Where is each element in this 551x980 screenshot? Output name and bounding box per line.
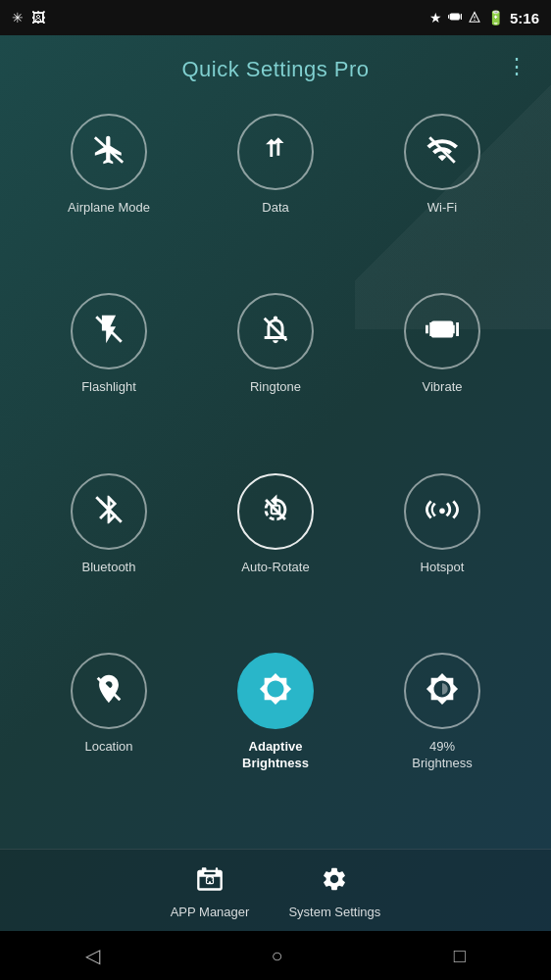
battery-icon: 🔋 <box>487 10 504 25</box>
tile-circle-auto-rotate <box>237 473 314 550</box>
tile-location[interactable]: Location <box>29 653 188 833</box>
tile-label-vibrate: Vibrate <box>423 379 463 396</box>
tile-auto-rotate[interactable]: Auto-Rotate <box>196 473 355 637</box>
tile-label-auto-rotate: Auto-Rotate <box>241 560 309 576</box>
tile-label-adaptive-brightness: AdaptiveBrightness <box>242 739 309 772</box>
tile-label-ringtone: Ringtone <box>250 379 301 396</box>
tile-airplane-mode[interactable]: Airplane Mode <box>29 114 188 277</box>
brightness-icon <box>426 672 459 710</box>
auto-rotate-icon <box>259 493 292 530</box>
app-manager-button[interactable]: APP Manager <box>171 865 250 919</box>
svg-point-10 <box>212 880 213 881</box>
vibrate-icon <box>448 10 462 26</box>
tile-adaptive-brightness[interactable]: AdaptiveBrightness <box>196 653 355 833</box>
nav-bar: ◁ ○ □ <box>0 931 551 980</box>
nav-recent-button[interactable]: □ <box>430 937 489 975</box>
nav-home-button[interactable]: ○ <box>247 937 306 975</box>
adaptive-brightness-icon <box>259 672 292 710</box>
tile-label-brightness: 49%Brightness <box>412 739 472 772</box>
vibrate-tile-icon <box>426 313 459 350</box>
tile-label-bluetooth: Bluetooth <box>82 560 136 576</box>
tile-flashlight[interactable]: Flashlight <box>29 293 188 457</box>
tile-circle-brightness <box>404 653 480 729</box>
header: Quick Settings Pro ⋮ <box>0 35 551 98</box>
tile-label-hotspot: Hotspot <box>421 560 465 576</box>
tile-circle-airplane-mode <box>71 114 147 190</box>
tile-hotspot[interactable]: Hotspot <box>363 473 522 637</box>
nav-back-button[interactable]: ◁ <box>62 936 124 975</box>
system-settings-icon <box>321 865 348 899</box>
tile-wifi[interactable]: Wi-Fi <box>363 114 522 277</box>
ringtone-icon <box>259 313 292 350</box>
status-bar-left: ✳ 🖼 <box>12 10 45 25</box>
app-manager-label: APP Manager <box>171 905 250 919</box>
system-settings-button[interactable]: System Settings <box>288 865 380 919</box>
tile-label-location: Location <box>84 739 132 756</box>
tile-label-wifi: Wi-Fi <box>427 200 457 217</box>
image-icon: 🖼 <box>31 10 45 25</box>
tile-vibrate[interactable]: Vibrate <box>363 293 522 457</box>
status-time: 5:16 <box>510 10 539 26</box>
tile-circle-wifi <box>404 114 480 190</box>
tile-data[interactable]: Data <box>196 114 355 277</box>
tile-circle-bluetooth <box>71 473 147 550</box>
tile-circle-flashlight <box>71 293 147 369</box>
bluetooth-icon <box>92 493 125 530</box>
status-bar-right: ★ 🔋 5:16 <box>429 10 539 26</box>
tile-circle-data <box>237 114 314 190</box>
data-icon <box>259 133 292 171</box>
tile-circle-ringtone <box>237 293 314 369</box>
tile-circle-location <box>71 653 147 729</box>
bottom-bar: APP Manager System Settings <box>0 849 551 931</box>
svg-point-9 <box>207 880 208 881</box>
no-signal-icon <box>468 10 481 26</box>
wifi-icon <box>426 133 459 171</box>
tile-circle-adaptive-brightness <box>237 653 314 729</box>
tile-circle-hotspot <box>404 473 480 550</box>
status-bar: ✳ 🖼 ★ 🔋 5:16 <box>0 0 551 35</box>
more-menu-button[interactable]: ⋮ <box>498 46 535 87</box>
tile-bluetooth[interactable]: Bluetooth <box>29 473 188 637</box>
hotspot-icon <box>426 493 459 530</box>
app-manager-icon <box>196 865 224 899</box>
airplane-mode-icon <box>92 133 125 171</box>
tile-ringtone[interactable]: Ringtone <box>196 293 355 457</box>
location-icon <box>92 672 125 710</box>
tile-brightness[interactable]: 49%Brightness <box>363 653 522 833</box>
main-content: Quick Settings Pro ⋮ Airplane Mode Data <box>0 35 551 931</box>
tile-label-airplane-mode: Airplane Mode <box>68 200 150 217</box>
tile-circle-vibrate <box>404 293 480 369</box>
tile-label-data: Data <box>262 200 288 217</box>
page-title: Quick Settings Pro <box>181 57 369 82</box>
flashlight-icon <box>92 313 125 350</box>
tile-label-flashlight: Flashlight <box>81 379 136 396</box>
system-settings-label: System Settings <box>288 905 380 919</box>
tiles-grid: Airplane Mode Data Wi-Fi <box>0 98 551 849</box>
star-icon: ★ <box>429 10 442 25</box>
snow-icon: ✳ <box>12 10 24 25</box>
